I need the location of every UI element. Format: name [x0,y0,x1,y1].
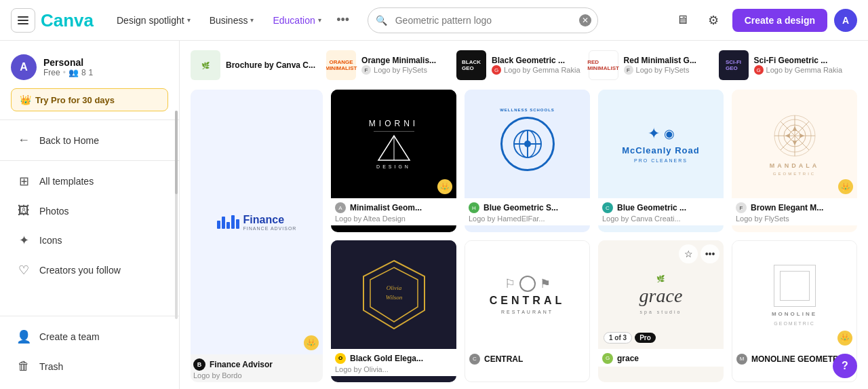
svg-text:Olivia: Olivia [386,284,401,291]
hamburger-button[interactable] [11,8,35,33]
mccleanly-sub: Logo by Canva Creati... [602,215,719,223]
nav-links: Design spotlight ▾ Business ▾ Education … [108,10,354,31]
scrollbar-thumb[interactable] [175,111,178,194]
crown-badge-mandala: 👑 [838,179,853,194]
create-team-label: Create a team [39,331,100,342]
sidebar-item-creators[interactable]: ♡ Creators you follow [5,256,174,284]
mccleanly-creator-avatar: C [602,202,613,213]
red-min-title: Red Minimalist G... [624,56,696,65]
min-geo-title: Minimalist Geom... [350,203,422,212]
black-geo-creator-avatar: G [492,65,501,75]
wellness-card[interactable]: WELLNESS SCHOOLS H Blue Geometric S... L… [465,90,590,232]
finance-advisor-thumb: Finance Finance Advisor 👑 [191,90,323,354]
sidebar-item-trash[interactable]: 🗑 Trash [5,352,174,380]
more-button-grace[interactable]: ••• [701,244,719,263]
star-button-grace[interactable]: ☆ [679,244,698,263]
search-bar: 🔍 ✕ [368,7,598,33]
black-geo-title: Black Geometric ... [492,56,580,65]
olivia-creator-avatar: O [335,353,346,364]
sidebar-item-create-team[interactable]: 👤 Create a team [5,322,174,351]
back-home-label: Back to Home [39,135,99,146]
creators-label: Creators you follow [39,265,121,276]
orange-sub: F Logo by FlySets [361,65,436,75]
orange-title: Orange Minimalis... [361,56,436,65]
monitor-icon-button[interactable]: 🖥 [670,8,694,33]
sidebar: A Personal Free • 👥 8 1 👑 Try Pro for 30… [0,41,180,389]
scifi-top-thumb: SCI-FIGEO [719,50,749,80]
grid-icon: ⊞ [16,174,31,189]
user-plan: Free • 👥 8 1 [43,68,93,77]
clear-search-button[interactable]: ✕ [579,14,591,26]
more-nav-button[interactable]: ••• [332,10,354,31]
sidebar-item-photos[interactable]: 🖼 Photos [5,197,174,225]
sidebar-item-icons[interactable]: ✦ Icons [5,226,174,255]
chevron-down-icon: ▾ [318,16,321,24]
olivia-thumb: Olivia Wilson [331,240,456,349]
black-geo-top-thumb: BLACKGEO [456,50,486,80]
mccleanly-card[interactable]: ✦ ◉ McCleanly Road PRO CLEANERS C Blue G… [598,90,724,232]
try-pro-button[interactable]: 👑 Try Pro for 30 days [11,88,168,111]
svg-marker-16 [793,126,797,130]
brochure-thumb: 🌿 [191,50,220,80]
bubbles-icon: ✦ [648,125,660,143]
nav-business[interactable]: Business ▾ [201,11,262,30]
trash-icon: 🗑 [16,359,31,373]
monoline-title: MONOLINE GEOMETRIC [751,354,847,364]
sidebar-item-back-home[interactable]: ← Back to Home [5,126,174,154]
sidebar-item-all-templates[interactable]: ⊞ All templates [5,167,174,196]
num-badge-grace: 1 of 3 [604,332,632,344]
user-name: Personal [43,57,93,68]
mandala-creator-avatar: F [736,202,747,213]
spoon-icon: ⚑ [540,276,551,291]
crown-icon: 👑 [20,94,31,105]
divider-3 [0,316,179,316]
circle-icon [519,276,536,292]
crown-badge-finance: 👑 [304,335,319,350]
scifi-sub: G Logo by Gemma Rakia [754,65,843,75]
mccleanly-thumb: ✦ ◉ McCleanly Road PRO CLEANERS [598,90,724,198]
crown-badge-monoline: 👑 [837,331,852,346]
icons-icon: ✦ [16,233,31,248]
top-cards: ORANGEMINIMALIST Orange Minimalis... F L… [326,48,857,83]
wellness-sub: Logo by HamedElFar... [469,215,586,223]
red-min-creator-avatar: F [624,65,633,75]
grid-scroll[interactable]: 🌿 Brochure by Canva C... ORANGEMINIMALIS… [180,41,868,389]
central-card[interactable]: ⚐ ⚑ CENTRAL RESTAURANT C CENTRAL [465,240,590,383]
icons-label: Icons [39,235,62,246]
orange-creator-avatar: F [361,65,371,75]
nav-education[interactable]: Education ▾ [264,11,329,30]
help-button[interactable]: ? [833,354,857,378]
top-card-black-geo[interactable]: BLACKGEO Black Geometric ... G Logo by G… [456,50,580,80]
grace-card[interactable]: 🌿 grace spa studio 1 of 3 Pro ☆ ••• [598,240,724,383]
min-geo-sub: Logo by Altea Design [335,215,452,223]
topnav: Canva Design spotlight ▾ Business ▾ Educ… [0,0,868,41]
wellness-title: Blue Geometric S... [484,203,558,212]
photos-label: Photos [39,206,69,217]
divider-2 [0,160,179,161]
finance-advisor-card[interactable]: Finance Finance Advisor 👑 B Finance Advi… [191,90,323,382]
brochure-card[interactable]: 🌿 Brochure by Canva C... [191,48,315,83]
trash-label: Trash [39,361,63,372]
mandala-card[interactable]: MANDALA GEOMETRIC 👑 F Brown Elegant M...… [732,90,857,232]
chevron-down-icon: ▾ [187,16,191,24]
top-card-orange[interactable]: ORANGEMINIMALIST Orange Minimalis... F L… [326,50,448,80]
olivia-card[interactable]: Olivia Wilson O Black Gold Elega... Logo… [331,240,456,383]
top-card-scifi[interactable]: SCI-FIGEO Sci-Fi Geometric ... G Logo by… [719,50,843,80]
search-input[interactable] [368,7,598,33]
user-avatar-topnav[interactable]: A [834,9,857,32]
mandala-svg [771,112,818,160]
settings-icon-button[interactable]: ⚙ [701,8,726,33]
top-card-red-min[interactable]: REDMINIMALIST Red Minimalist G... F Logo… [589,50,711,80]
nav-design-spotlight[interactable]: Design spotlight ▾ [108,11,199,30]
mandala-title: Brown Elegant M... [751,203,823,212]
wellness-svg [511,127,545,161]
create-design-button[interactable]: Create a design [732,9,827,32]
bubbles-icon-2: ◉ [664,126,675,141]
olivia-sub: Logo by Olivia... [335,365,452,373]
orange-thumb: ORANGEMINIMALIST [326,50,356,80]
svg-text:Wilson: Wilson [385,294,402,301]
minimalist-geo-card[interactable]: MIORNI DESIGN 👑 [331,90,456,232]
wellness-thumb: WELLNESS SCHOOLS [465,90,590,198]
nav-actions: 🖥 ⚙ Create a design A [670,8,857,33]
wellness-info: H Blue Geometric S... Logo by HamedElFar… [465,198,590,225]
